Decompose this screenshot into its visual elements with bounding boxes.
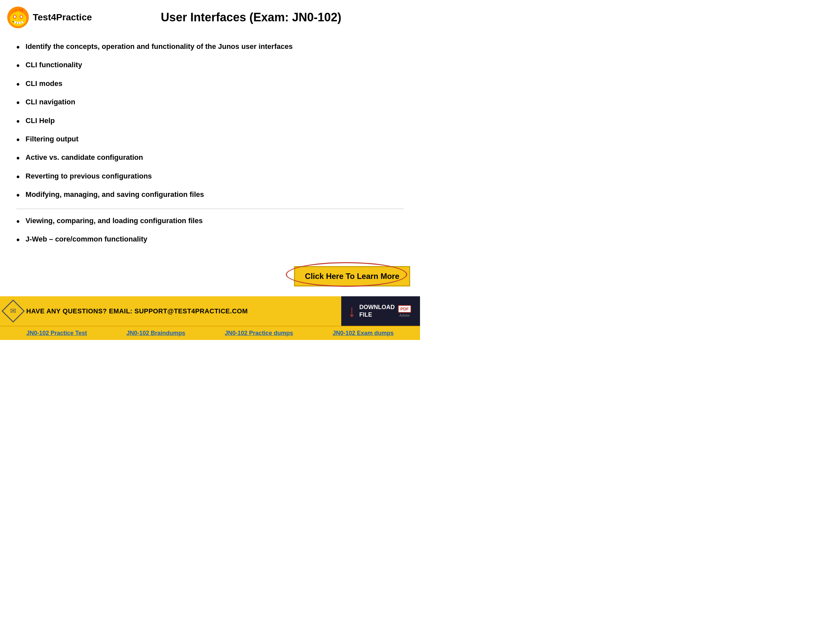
bullet-item: Modifying, managing, and saving configur…: [16, 190, 404, 209]
svg-point-4: [14, 16, 16, 18]
svg-rect-7: [17, 22, 18, 24]
header: Test4Practice User Interfaces (Exam: JN0…: [0, 0, 420, 32]
svg-rect-9: [21, 21, 23, 23]
svg-rect-6: [14, 21, 16, 23]
bullet-item: Active vs. candidate configuration: [16, 153, 404, 164]
bullet-item: CLI Help: [16, 116, 404, 127]
footer-link-2[interactable]: JN0-102 Practice dumps: [225, 330, 293, 337]
footer-bar: ✉ HAVE ANY QUESTIONS? EMAIL: SUPPORT@TES…: [0, 296, 420, 326]
svg-rect-8: [19, 22, 21, 24]
footer-download[interactable]: ↓ DOWNLOADFILE PDF Adobe: [341, 296, 420, 326]
adobe-text: Adobe: [399, 313, 410, 317]
bullet-item: J-Web – core/common functionality: [16, 235, 404, 246]
envelope-icon: ✉: [10, 307, 16, 315]
footer-email-text: HAVE ANY QUESTIONS? EMAIL: SUPPORT@TEST4…: [26, 308, 341, 315]
links-bar: JN0-102 Practice TestJN0-102 BraindumpsJ…: [0, 326, 420, 340]
bullet-item: CLI navigation: [16, 98, 404, 109]
logo-text: Test4Practice: [33, 12, 92, 23]
footer-link-1[interactable]: JN0-102 Braindumps: [127, 330, 185, 337]
main-content: Identify the concepts, operation and fun…: [0, 32, 420, 259]
cta-area: Click Here To Learn More: [0, 259, 420, 290]
pdf-icon: PDF Adobe: [398, 305, 411, 317]
page-title: User Interfaces (Exam: JN0-102): [92, 11, 410, 24]
email-diamond-icon: ✉: [2, 300, 25, 323]
bullet-item: Identify the concepts, operation and fun…: [16, 42, 404, 53]
footer-link-3[interactable]: JN0-102 Exam dumps: [333, 330, 394, 337]
bullet-item: CLI functionality: [16, 60, 404, 71]
pdf-badge: PDF: [398, 305, 411, 313]
download-arrow-icon: ↓: [348, 303, 356, 319]
bullet-item: Filtering output: [16, 134, 404, 146]
cta-button[interactable]: Click Here To Learn More: [294, 266, 410, 286]
bullet-item: CLI modes: [16, 79, 404, 90]
bullet-list: Identify the concepts, operation and fun…: [16, 42, 404, 246]
logo-icon: [6, 6, 30, 29]
download-label: DOWNLOADFILE: [359, 303, 395, 319]
bullet-item: Reverting to previous configurations: [16, 172, 404, 183]
footer-link-0[interactable]: JN0-102 Practice Test: [26, 330, 87, 337]
svg-point-5: [21, 16, 22, 18]
svg-point-1: [10, 12, 26, 26]
cta-wrapper: Click Here To Learn More: [294, 266, 410, 286]
bullet-item: Viewing, comparing, and loading configur…: [16, 216, 404, 227]
logo-area: Test4Practice: [6, 6, 92, 29]
